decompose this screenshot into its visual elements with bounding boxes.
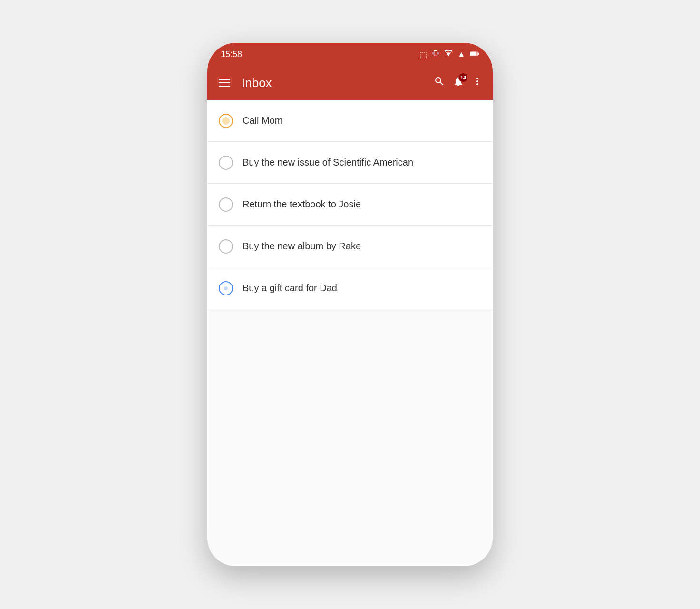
task-checkbox-4[interactable]	[219, 239, 233, 254]
vibrate-icon	[432, 49, 439, 59]
task-item[interactable]: Buy the new issue of Scientific American	[207, 142, 493, 184]
notifications-button[interactable]: 14	[453, 76, 464, 90]
svg-rect-2	[478, 53, 479, 55]
more-options-button[interactable]	[472, 76, 483, 90]
task-checkbox-5[interactable]	[219, 281, 233, 295]
task-checkbox-3[interactable]	[219, 197, 233, 212]
empty-area	[207, 309, 493, 404]
task-list: Call Mom Buy the new issue of Scientific…	[207, 100, 493, 566]
phone-shell: 15:58 ⬚ ▲	[207, 43, 493, 566]
svg-point-0	[448, 55, 449, 56]
task-label-4: Buy the new album by Rake	[243, 241, 361, 252]
task-label-1: Call Mom	[243, 115, 282, 126]
wifi-icon	[444, 50, 453, 59]
app-bar: Inbox 14	[207, 66, 493, 100]
svg-rect-4	[470, 52, 477, 56]
task-label-5: Buy a gift card for Dad	[243, 283, 337, 294]
task-label-2: Buy the new issue of Scientific American	[243, 157, 413, 168]
search-button[interactable]	[434, 76, 445, 90]
app-bar-actions: 14	[434, 76, 483, 90]
menu-icon[interactable]	[217, 77, 232, 88]
task-item[interactable]: Buy a gift card for Dad	[207, 267, 493, 309]
status-time: 15:58	[221, 49, 242, 59]
notification-count: 14	[458, 73, 468, 82]
task-item[interactable]: Return the textbook to Josie	[207, 184, 493, 226]
task-checkbox-1[interactable]	[219, 114, 233, 128]
task-item[interactable]: Buy the new album by Rake	[207, 226, 493, 267]
status-bar: 15:58 ⬚ ▲	[207, 43, 493, 66]
task-checkbox-2[interactable]	[219, 156, 233, 170]
task-item[interactable]: Call Mom	[207, 100, 493, 142]
task-label-3: Return the textbook to Josie	[243, 199, 361, 210]
cast-icon: ⬚	[420, 50, 427, 59]
app-title: Inbox	[242, 76, 424, 90]
status-icons: ⬚ ▲	[420, 49, 479, 59]
battery-icon	[470, 50, 479, 59]
signal-icon: ▲	[457, 50, 465, 59]
